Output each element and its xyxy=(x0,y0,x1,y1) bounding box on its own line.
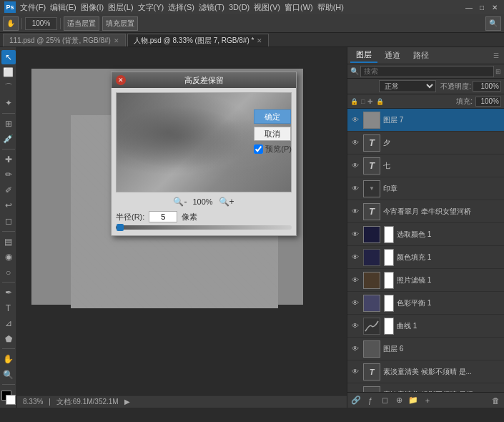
layer-item-curves[interactable]: 👁 曲线 1 xyxy=(347,315,504,338)
ps-logo: Ps xyxy=(4,1,16,13)
clone-tool[interactable]: ✐ xyxy=(1,183,16,197)
statusbar: 8.33% | 文档:69.1M/352.1M ▶ xyxy=(17,395,347,408)
layer-6-visibility[interactable]: 👁 xyxy=(350,344,360,354)
maximize-btn[interactable]: □ xyxy=(477,2,487,12)
tab-layers[interactable]: 图层 xyxy=(350,48,377,63)
hp-radius-slider[interactable] xyxy=(116,225,292,230)
zoom-in-icon[interactable]: 🔍+ xyxy=(219,197,234,207)
layer-item-6[interactable]: 👁 图层 6 xyxy=(347,338,504,360)
tab-people-psd[interactable]: 人物.psd @ 8.33% (图层 7, RGB/8#) * ✕ xyxy=(127,34,270,46)
marquee-tool[interactable]: ⬜ xyxy=(1,66,16,80)
background-color[interactable] xyxy=(6,395,16,405)
hp-confirm-btn[interactable]: 确定 xyxy=(254,109,291,124)
tab-111psd[interactable]: 111.psd @ 25% (背景, RGB/8#) ✕ xyxy=(3,34,126,46)
heal-tool[interactable]: ✚ xyxy=(1,152,16,167)
layer-qi-visibility[interactable]: 👁 xyxy=(350,161,360,171)
brush-tool[interactable]: ✏ xyxy=(1,168,16,182)
title-edit: 编辑(E) xyxy=(50,2,76,13)
layer-poem2-visibility[interactable]: 👁 xyxy=(350,367,360,377)
layer-seal-visibility[interactable]: 👁 xyxy=(350,184,360,194)
gradient-tool[interactable]: ▤ xyxy=(1,235,16,249)
link-layers-btn[interactable]: 🔗 xyxy=(350,395,362,406)
tab-paths[interactable]: 路径 xyxy=(407,49,435,62)
zoom-tool[interactable]: 🔍 xyxy=(1,368,16,382)
layer-item-poem2[interactable]: 👁 T 素淡童清美 候影不须晴 是... xyxy=(347,360,504,383)
layer-item-colorbalance[interactable]: 👁 色彩平衡 1 xyxy=(347,292,504,315)
document-tabbar: 111.psd @ 25% (背景, RGB/8#) ✕ 人物.psd @ 8.… xyxy=(0,33,504,47)
shape-tool[interactable]: ⬟ xyxy=(1,332,16,346)
hp-radius-input[interactable] xyxy=(149,211,177,222)
layer-curves-visibility[interactable]: 👁 xyxy=(350,321,360,331)
eyedropper-tool[interactable]: 💉 xyxy=(1,132,16,147)
text-tool[interactable]: T xyxy=(1,301,16,315)
blur-tool[interactable]: ◉ xyxy=(1,250,16,264)
fg-bg-colors xyxy=(1,391,16,405)
tab-people-psd-close[interactable]: ✕ xyxy=(257,37,262,44)
fill-input[interactable] xyxy=(475,97,501,107)
layer-item-seal[interactable]: 👁 ▼ 印章 xyxy=(347,177,504,200)
hand-tool-btn[interactable]: ✋ xyxy=(3,16,19,31)
new-adjustment-btn[interactable]: ⊕ xyxy=(393,395,405,406)
add-mask-btn[interactable]: ◻ xyxy=(379,395,390,406)
layer-item-7[interactable]: 👁 图层 7 xyxy=(347,109,504,132)
opacity-label: 不透明度: xyxy=(440,82,471,92)
new-layer-btn[interactable]: + xyxy=(422,395,433,406)
opacity-input[interactable] xyxy=(473,81,501,92)
add-style-btn[interactable]: ƒ xyxy=(365,395,376,406)
new-group-btn[interactable]: 📁 xyxy=(407,395,419,406)
fill-screen-btn[interactable]: 填充层置 xyxy=(102,16,138,31)
lasso-tool[interactable]: ⌒ xyxy=(1,81,16,95)
search-btn[interactable]: 🔍 xyxy=(485,16,501,31)
layer-item-poem3[interactable]: 👁 T 素淡童清美 候影不须晴 是得... xyxy=(347,383,504,392)
layer-filter-icon[interactable]: ⊞ xyxy=(495,68,501,75)
layer-colorbalance-visibility[interactable]: 👁 xyxy=(350,298,360,308)
lock-icon: 🔒 xyxy=(350,98,358,105)
magic-wand-tool[interactable]: ✦ xyxy=(1,97,16,111)
layer-search-input[interactable] xyxy=(360,66,494,77)
minimize-btn[interactable]: — xyxy=(464,2,474,12)
delete-layer-btn[interactable]: 🗑 xyxy=(490,395,501,406)
hp-close-btn[interactable]: ✕ xyxy=(116,75,126,85)
title-select: 选择(S) xyxy=(168,2,194,13)
path-tool[interactable]: ⊿ xyxy=(1,316,16,330)
pen-tool[interactable]: ✒ xyxy=(1,285,16,300)
layer-item-selective[interactable]: 👁 选取颜色 1 xyxy=(347,223,504,246)
highpass-dialog[interactable]: ✕ 高反差保留 🔍- 100% 🔍+ 半径(R): 像素 xyxy=(111,72,297,236)
close-btn[interactable]: ✕ xyxy=(490,2,500,12)
zoom-input[interactable] xyxy=(25,17,57,30)
hp-radius-row: 半径(R): 像素 xyxy=(116,211,292,222)
zoom-out-icon[interactable]: 🔍- xyxy=(173,197,187,207)
layer-item-photofilter[interactable]: 👁 照片滤镜 1 xyxy=(347,269,504,292)
move-tool[interactable]: ↖ xyxy=(1,50,16,64)
layer-colorbalance-thumb xyxy=(363,295,380,312)
history-brush-tool[interactable]: ↩ xyxy=(1,199,16,213)
title-filter: 滤镜(T) xyxy=(199,2,224,13)
layer-poem3-thumb: T xyxy=(363,386,380,393)
fit-screen-btn[interactable]: 适当层置 xyxy=(64,16,99,31)
layer-fill-visibility[interactable]: 👁 xyxy=(350,252,360,262)
tab-111psd-close[interactable]: ✕ xyxy=(114,37,119,44)
layer-7-visibility[interactable]: 👁 xyxy=(350,115,360,125)
blend-mode-select[interactable]: 正常 xyxy=(379,80,436,92)
layer-selective-visibility[interactable]: 👁 xyxy=(350,230,360,240)
layer-item-poem[interactable]: 👁 T 今宵看翠月 牵牛织女望河桥 xyxy=(347,200,504,223)
layer-photofilter-visibility[interactable]: 👁 xyxy=(350,275,360,285)
layer-item-xi[interactable]: 👁 T 夕 xyxy=(347,132,504,154)
crop-tool[interactable]: ⊞ xyxy=(1,117,16,131)
fill-lock-row: 🔒 □ ✚ 🔒 填充: xyxy=(347,94,504,109)
layer-item-qi[interactable]: 👁 T 七 xyxy=(347,154,504,177)
hp-cancel-btn[interactable]: 取消 xyxy=(254,127,291,141)
title-view: 视图(V) xyxy=(254,2,280,13)
layer-item-fill[interactable]: 👁 颜色填充 1 xyxy=(347,246,504,269)
layer-xi-visibility[interactable]: 👁 xyxy=(350,138,360,148)
hp-preview-checkbox[interactable] xyxy=(254,144,263,154)
eraser-tool[interactable]: ◻ xyxy=(1,214,16,228)
layer-poem-visibility[interactable]: 👁 xyxy=(350,207,360,217)
panel-menu-icon[interactable]: ☰ xyxy=(491,51,501,61)
hand-tool[interactable]: ✋ xyxy=(1,352,16,366)
lock-icon4: 🔒 xyxy=(376,98,384,105)
dodge-tool[interactable]: ○ xyxy=(1,265,16,280)
tab-channels[interactable]: 通道 xyxy=(379,49,406,62)
layer-curves-name: 曲线 1 xyxy=(397,321,501,331)
hp-unit: 像素 xyxy=(182,212,197,222)
